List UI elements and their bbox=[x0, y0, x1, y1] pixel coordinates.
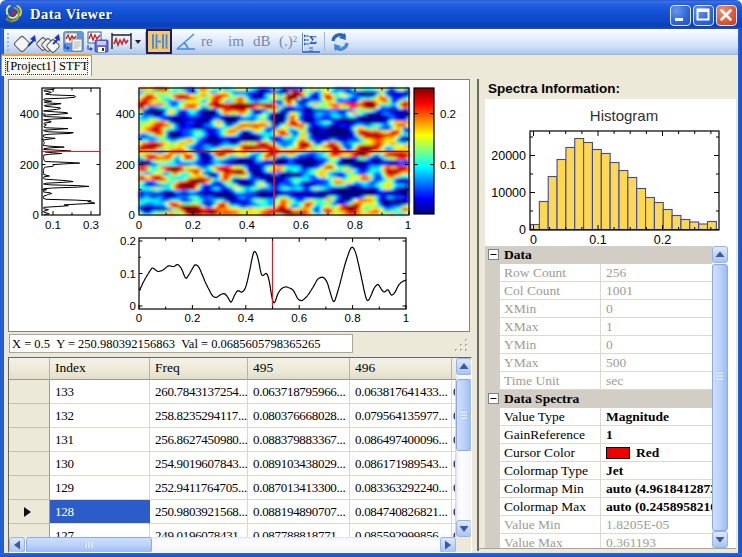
svg-text:0: 0 bbox=[130, 300, 136, 312]
svg-text:0: 0 bbox=[519, 223, 526, 237]
svg-text:400: 400 bbox=[20, 108, 39, 120]
svg-text:0.2: 0.2 bbox=[654, 233, 671, 247]
svg-text:200: 200 bbox=[116, 159, 135, 171]
svg-text:0.1: 0.1 bbox=[440, 159, 456, 171]
svg-text:200: 200 bbox=[20, 159, 39, 171]
svg-text:0: 0 bbox=[530, 233, 537, 247]
svg-text:0.1: 0.1 bbox=[120, 268, 136, 280]
svg-text:0: 0 bbox=[33, 209, 39, 221]
svg-text:0.4: 0.4 bbox=[239, 219, 256, 231]
svg-text:0.2: 0.2 bbox=[185, 219, 201, 231]
svg-text:0: 0 bbox=[136, 312, 142, 324]
svg-text:0.1: 0.1 bbox=[45, 219, 61, 231]
svg-text:10000: 10000 bbox=[491, 186, 526, 200]
svg-text:0.3: 0.3 bbox=[83, 219, 99, 231]
svg-text:0.2: 0.2 bbox=[184, 312, 200, 324]
svg-text:1: 1 bbox=[403, 312, 409, 324]
svg-text:0.4: 0.4 bbox=[238, 312, 255, 324]
svg-text:0.1: 0.1 bbox=[589, 233, 606, 247]
svg-text:0.8: 0.8 bbox=[347, 219, 363, 231]
svg-text:0: 0 bbox=[129, 209, 135, 221]
svg-text:0.6: 0.6 bbox=[291, 312, 307, 324]
svg-text:20000: 20000 bbox=[491, 149, 526, 163]
svg-text:Histogram: Histogram bbox=[590, 107, 658, 124]
svg-text:0: 0 bbox=[136, 219, 142, 231]
svg-text:400: 400 bbox=[116, 108, 135, 120]
svg-text:0.2: 0.2 bbox=[120, 235, 136, 247]
svg-text:0.6: 0.6 bbox=[293, 219, 309, 231]
svg-text:0.2: 0.2 bbox=[440, 108, 456, 120]
svg-text:0.8: 0.8 bbox=[345, 312, 361, 324]
svg-text:1: 1 bbox=[405, 219, 411, 231]
